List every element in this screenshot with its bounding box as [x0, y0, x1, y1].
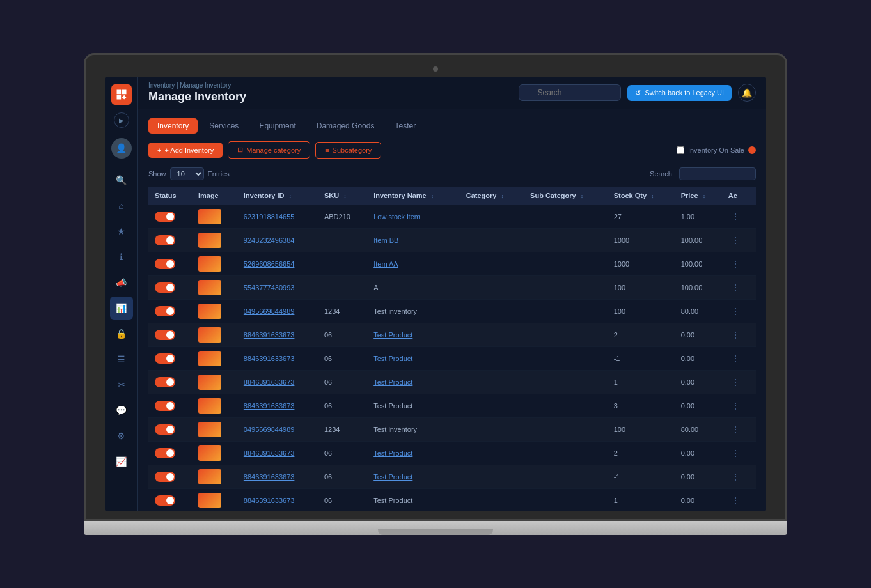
row-more-button-10[interactable]: ⋮ — [728, 448, 742, 458]
status-toggle-6[interactable] — [155, 353, 175, 364]
table-search-input[interactable] — [679, 167, 756, 180]
cell-status-0 — [148, 205, 192, 229]
cell-subcategory-10 — [524, 442, 608, 465]
status-toggle-12[interactable] — [155, 495, 175, 506]
status-toggle-3[interactable] — [155, 282, 175, 293]
row-more-button-4[interactable]: ⋮ — [728, 306, 742, 316]
cell-id-1: 9243232496384 — [237, 229, 318, 252]
inventory-name-link-7[interactable]: Test Product — [373, 378, 412, 386]
cell-stock-11: -1 — [608, 465, 675, 489]
inventory-id-link-6[interactable]: 8846391633673 — [244, 355, 295, 362]
status-toggle-1[interactable] — [155, 235, 175, 245]
table-search-label: Search: — [650, 170, 674, 178]
inventory-id-link-0[interactable]: 6231918814655 — [244, 213, 295, 220]
col-inventory-id[interactable]: Inventory ID ↕ — [237, 187, 318, 205]
status-toggle-4[interactable] — [155, 306, 175, 316]
col-price[interactable]: Price ↕ — [675, 187, 722, 205]
cell-price-8: 0.00 — [675, 394, 722, 418]
tab-tester[interactable]: Tester — [386, 118, 425, 134]
cell-sku-11: 06 — [318, 465, 367, 489]
manage-category-button[interactable]: ⊞ Manage category — [228, 141, 310, 159]
tab-services[interactable]: Services — [200, 118, 247, 134]
sidebar-item-analytics[interactable]: 📈 — [110, 450, 133, 473]
inventory-id-link-12[interactable]: 8846391633673 — [244, 497, 295, 504]
row-more-button-7[interactable]: ⋮ — [728, 377, 742, 387]
sidebar-item-settings[interactable]: ⚙ — [110, 424, 133, 447]
inventory-id-link-11[interactable]: 8846391633673 — [244, 473, 295, 481]
bell-icon[interactable]: 🔔 — [738, 84, 756, 102]
cell-sku-2 — [318, 252, 367, 276]
row-more-button-5[interactable]: ⋮ — [728, 330, 742, 340]
row-more-button-1[interactable]: ⋮ — [728, 235, 742, 245]
cell-status-10 — [148, 442, 192, 465]
tab-damaged-goods[interactable]: Damaged Goods — [308, 118, 384, 134]
inventory-name-link-11[interactable]: Test Product — [373, 473, 412, 481]
cell-subcategory-7 — [524, 371, 608, 394]
inventory-name-link-2[interactable]: Item AA — [373, 260, 398, 268]
col-inventory-name[interactable]: Inventory Name ↕ — [367, 187, 460, 205]
status-toggle-11[interactable] — [155, 472, 175, 482]
inventory-id-link-8[interactable]: 8846391633673 — [244, 402, 295, 410]
sidebar-item-search[interactable]: 🔍 — [110, 169, 133, 192]
entries-select[interactable]: 10 25 50 100 — [170, 167, 204, 180]
inventory-id-link-2[interactable]: 5269608656654 — [244, 260, 295, 268]
sidebar-item-campaigns[interactable]: 📣 — [110, 271, 133, 294]
sidebar-expand-button[interactable]: ▶ — [114, 112, 129, 128]
status-toggle-7[interactable] — [155, 377, 175, 387]
sort-icon-category: ↕ — [501, 193, 504, 199]
inventory-id-link-10[interactable]: 8846391633673 — [244, 449, 295, 457]
inventory-name-link-0[interactable]: Low stock item — [373, 213, 420, 220]
switch-legacy-button[interactable]: ↺ Switch back to Legacy UI — [627, 85, 732, 101]
cell-actions-10: ⋮ — [722, 442, 756, 465]
inventory-name-link-1[interactable]: Item BB — [373, 236, 398, 244]
row-more-button-6[interactable]: ⋮ — [728, 353, 742, 364]
row-more-button-12[interactable]: ⋮ — [728, 495, 742, 506]
status-toggle-0[interactable] — [155, 212, 175, 222]
sidebar-item-home[interactable]: ⌂ — [110, 194, 133, 217]
tab-inventory[interactable]: Inventory — [148, 118, 198, 134]
status-toggle-2[interactable] — [155, 259, 175, 269]
inventory-name-link-10[interactable]: Test Product — [373, 449, 412, 457]
col-sub-category[interactable]: Sub Category ↕ — [524, 187, 608, 205]
row-more-button-3[interactable]: ⋮ — [728, 282, 742, 293]
row-more-button-0[interactable]: ⋮ — [728, 212, 742, 222]
inventory-id-link-4[interactable]: 0495669844989 — [244, 307, 295, 315]
inventory-on-sale-checkbox[interactable] — [677, 146, 684, 154]
sidebar-item-inventory[interactable]: 📊 — [110, 297, 133, 320]
inventory-name-link-5[interactable]: Test Product — [373, 331, 412, 339]
inventory-id-link-7[interactable]: 8846391633673 — [244, 378, 295, 386]
cell-id-10: 8846391633673 — [237, 442, 318, 465]
status-toggle-10[interactable] — [155, 448, 175, 458]
status-toggle-5[interactable] — [155, 330, 175, 340]
sidebar-item-security[interactable]: 🔒 — [110, 322, 133, 345]
row-more-button-11[interactable]: ⋮ — [728, 472, 742, 482]
sidebar-item-tools[interactable]: ✂ — [110, 373, 133, 396]
sidebar-item-chat[interactable]: 💬 — [110, 399, 133, 422]
cell-actions-5: ⋮ — [722, 323, 756, 347]
inventory-name-link-6[interactable]: Test Product — [373, 355, 412, 362]
cell-actions-2: ⋮ — [722, 252, 756, 276]
col-category[interactable]: Category ↕ — [460, 187, 524, 205]
search-input[interactable] — [519, 84, 621, 101]
inventory-id-link-1[interactable]: 9243232496384 — [244, 236, 295, 244]
row-more-button-8[interactable]: ⋮ — [728, 401, 742, 411]
row-more-button-9[interactable]: ⋮ — [728, 424, 742, 435]
sidebar-item-favorites[interactable]: ★ — [110, 220, 133, 243]
subcategory-button[interactable]: ≡ Subcategory — [315, 142, 381, 159]
cell-actions-9: ⋮ — [722, 418, 756, 442]
sidebar-item-info[interactable]: ℹ — [110, 245, 133, 268]
add-inventory-button[interactable]: + + Add Inventory — [148, 143, 223, 158]
col-sku[interactable]: SKU ↕ — [318, 187, 367, 205]
status-toggle-8[interactable] — [155, 401, 175, 411]
cell-stock-10: 2 — [608, 442, 675, 465]
app-logo — [111, 84, 132, 105]
inventory-id-link-5[interactable]: 8846391633673 — [244, 331, 295, 339]
row-more-button-2[interactable]: ⋮ — [728, 259, 742, 269]
cell-subcategory-5 — [524, 323, 608, 347]
col-stock-qty[interactable]: Stock Qty ↕ — [608, 187, 675, 205]
sidebar-item-list[interactable]: ☰ — [110, 348, 133, 371]
inventory-id-link-3[interactable]: 5543777430993 — [244, 284, 295, 291]
inventory-id-link-9[interactable]: 0495669844989 — [244, 426, 295, 433]
tab-equipment[interactable]: Equipment — [250, 118, 304, 134]
status-toggle-9[interactable] — [155, 424, 175, 435]
